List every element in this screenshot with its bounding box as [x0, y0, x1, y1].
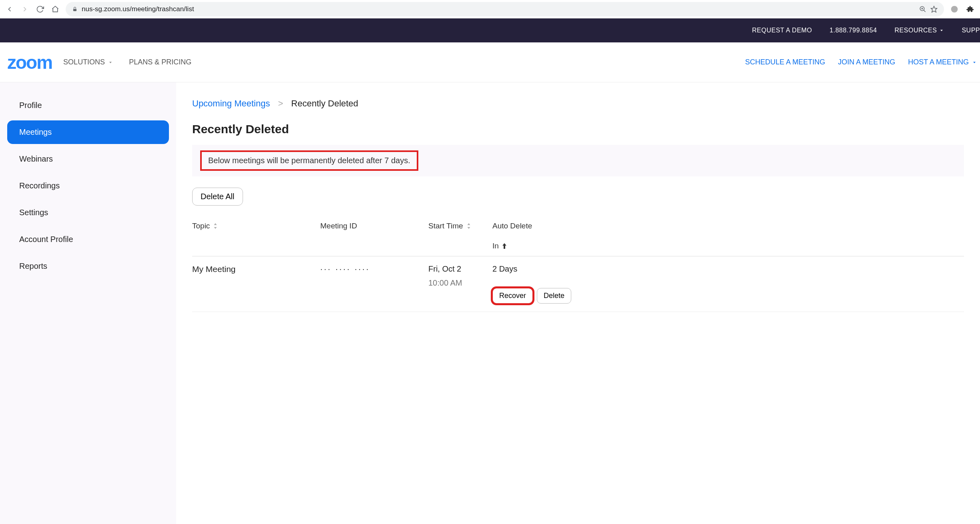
resources-menu[interactable]: RESOURCES — [886, 27, 953, 34]
row-meeting-id: ··· ···· ···· — [320, 264, 428, 274]
col-auto-delete: Auto Delete In — [492, 222, 964, 250]
page-title: Recently Deleted — [192, 122, 964, 136]
breadcrumb: Upcoming Meetings > Recently Deleted — [192, 98, 964, 109]
svg-marker-9 — [973, 62, 976, 63]
chevron-down-icon — [939, 28, 944, 33]
table-row: My Meeting ··· ···· ···· Fri, Oct 2 10:0… — [192, 256, 964, 312]
sidebar-item-meetings[interactable]: Meetings — [7, 120, 169, 144]
sidebar: Profile Meetings Webinars Recordings Set… — [0, 82, 176, 524]
sidebar-item-webinars[interactable]: Webinars — [7, 147, 169, 171]
sidebar-item-settings[interactable]: Settings — [7, 201, 169, 224]
svg-marker-14 — [502, 243, 506, 249]
svg-marker-5 — [931, 6, 937, 12]
col-auto-delete-in[interactable]: In — [492, 242, 964, 250]
solutions-menu[interactable]: SOLUTIONS — [63, 58, 113, 66]
svg-line-2 — [924, 10, 926, 12]
sidebar-item-reports[interactable]: Reports — [7, 254, 169, 278]
back-icon[interactable] — [5, 4, 14, 14]
utility-nav: REQUEST A DEMO 1.888.799.8854 RESOURCES … — [0, 18, 980, 42]
col-meeting-id: Meeting ID — [320, 222, 428, 230]
row-topic: My Meeting — [192, 264, 320, 274]
breadcrumb-upcoming[interactable]: Upcoming Meetings — [192, 98, 270, 109]
svg-marker-11 — [214, 227, 217, 229]
schedule-meeting-link[interactable]: SCHEDULE A MEETING — [745, 58, 825, 66]
notice-banner: Below meetings will be permanently delet… — [192, 145, 964, 176]
address-bar[interactable]: nus-sg.zoom.us/meeting/trashcan/list — [66, 2, 944, 16]
svg-marker-10 — [214, 223, 217, 225]
sort-icon — [213, 223, 218, 229]
extensions-icon[interactable] — [966, 4, 975, 14]
plans-pricing-link[interactable]: PLANS & PRICING — [129, 58, 191, 66]
col-start-time[interactable]: Start Time — [428, 222, 492, 230]
chevron-right-icon: > — [278, 98, 283, 109]
sort-icon — [466, 223, 471, 229]
table-header: Topic Meeting ID Start Time Auto Delete … — [192, 222, 964, 256]
lock-icon — [72, 6, 78, 12]
svg-rect-0 — [73, 9, 76, 11]
chevron-down-icon — [108, 60, 113, 65]
col-topic[interactable]: Topic — [192, 222, 320, 230]
zoom-icon[interactable] — [919, 6, 926, 13]
sidebar-item-account-profile[interactable]: Account Profile — [7, 228, 169, 251]
sidebar-item-recordings[interactable]: Recordings — [7, 174, 169, 198]
chevron-down-icon — [972, 60, 977, 65]
url-text: nus-sg.zoom.us/meeting/trashcan/list — [82, 5, 194, 13]
zoom-logo[interactable]: zoom — [6, 52, 63, 73]
star-icon[interactable] — [930, 6, 938, 13]
svg-marker-12 — [467, 223, 470, 225]
notice-text: Below meetings will be permanently delet… — [200, 150, 418, 171]
home-icon[interactable] — [50, 4, 60, 14]
main-nav: zoom SOLUTIONS PLANS & PRICING SCHEDULE … — [0, 42, 980, 82]
host-meeting-menu[interactable]: HOST A MEETING — [908, 58, 977, 66]
forward-icon[interactable] — [20, 4, 30, 14]
delete-all-button[interactable]: Delete All — [192, 188, 243, 206]
breadcrumb-current: Recently Deleted — [291, 98, 358, 109]
svg-marker-8 — [109, 62, 112, 63]
support-link[interactable]: SUPP — [953, 27, 980, 34]
svg-point-6 — [951, 6, 958, 13]
recover-button[interactable]: Recover — [492, 288, 533, 304]
profile-icon[interactable] — [950, 4, 959, 14]
svg-marker-13 — [467, 227, 470, 229]
join-meeting-link[interactable]: JOIN A MEETING — [838, 58, 895, 66]
row-start-time: Fri, Oct 2 10:00 AM — [428, 264, 492, 288]
arrow-up-icon — [502, 243, 507, 249]
row-auto-delete: 2 Days Recover Delete — [492, 264, 964, 304]
request-demo-link[interactable]: REQUEST A DEMO — [743, 27, 821, 34]
main-panel: Upcoming Meetings > Recently Deleted Rec… — [176, 82, 980, 524]
delete-button[interactable]: Delete — [537, 288, 571, 304]
reload-icon[interactable] — [35, 4, 45, 14]
phone-number[interactable]: 1.888.799.8854 — [821, 27, 886, 34]
sidebar-item-profile[interactable]: Profile — [7, 94, 169, 117]
browser-toolbar: nus-sg.zoom.us/meeting/trashcan/list — [0, 0, 980, 18]
svg-marker-7 — [940, 30, 943, 32]
